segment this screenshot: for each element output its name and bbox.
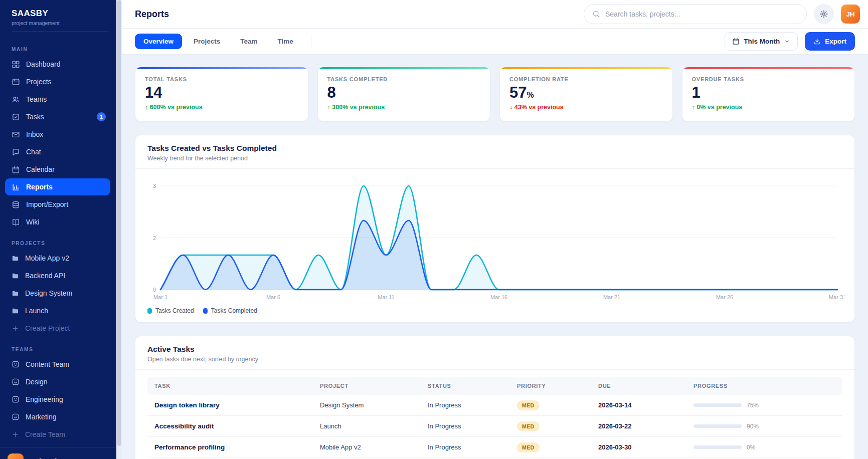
app-tagline: project management bbox=[12, 20, 108, 26]
stat-label: OVERDUE TASKS bbox=[692, 76, 845, 82]
stat-card-tasks-completed: TASKS COMPLETED8↑ 300% vs previous bbox=[317, 67, 491, 122]
period-label: This Month bbox=[744, 38, 780, 45]
sidebar-team-content-team[interactable]: Content Team bbox=[5, 356, 110, 373]
table-row[interactable]: Accessibility auditLaunchIn ProgressMED2… bbox=[147, 416, 842, 437]
sidebar-project-mobile-app-v2[interactable]: Mobile App v2 bbox=[5, 250, 110, 267]
stat-value: 14 bbox=[145, 85, 298, 101]
search-icon bbox=[592, 10, 600, 18]
task-project: Launch bbox=[320, 422, 428, 430]
tab-team[interactable]: Team bbox=[232, 34, 266, 49]
task-project: Mobile App v2 bbox=[320, 443, 428, 451]
task-name: Accessibility audit bbox=[154, 422, 320, 430]
sidebar-team-label: Content Team bbox=[26, 360, 69, 368]
progress-track bbox=[693, 445, 742, 449]
table-row[interactable]: Performance profilingMobile App v2In Pro… bbox=[147, 437, 842, 458]
export-label: Export bbox=[825, 38, 846, 45]
tasks-table: TASKPROJECTSTATUSPRIORITYDUEPROGRESS Des… bbox=[135, 370, 854, 458]
user-avatar: JH bbox=[8, 453, 24, 459]
sidebar-item-label: Calendar bbox=[26, 165, 55, 173]
period-selector[interactable]: This Month bbox=[725, 32, 798, 51]
progress-label: 0% bbox=[747, 444, 755, 451]
legend-dot bbox=[147, 308, 152, 314]
main-area: Reports JH OverviewProjectsTeamTime This… bbox=[122, 0, 868, 459]
chart-panel: Tasks Created vs Tasks Completed Weekly … bbox=[135, 135, 855, 323]
chart-panel-header: Tasks Created vs Tasks Completed Weekly … bbox=[135, 135, 854, 169]
app-window: SAASBY project management MAIN Dashboard… bbox=[0, 0, 868, 459]
sidebar: SAASBY project management MAIN Dashboard… bbox=[0, 0, 116, 459]
legend-dot bbox=[203, 308, 208, 314]
folder-icon bbox=[12, 307, 19, 315]
sidebar-item-dashboard[interactable]: Dashboard bbox=[5, 56, 110, 73]
sidebar-section-teams: TEAMS bbox=[12, 347, 108, 352]
sidebar-team-design[interactable]: Design bbox=[5, 373, 110, 390]
svg-text:2: 2 bbox=[153, 235, 156, 241]
stat-label: TOTAL TASKS bbox=[145, 76, 298, 82]
chat-icon bbox=[12, 148, 20, 156]
table-row[interactable]: Design token libraryDesign SystemIn Prog… bbox=[147, 395, 842, 416]
sidebar-item-tasks[interactable]: Tasks1 bbox=[5, 108, 110, 125]
column-header-project: PROJECT bbox=[320, 383, 428, 389]
sidebar-item-label: Teams bbox=[26, 95, 47, 103]
export-button[interactable]: Export bbox=[805, 32, 855, 51]
sidebar-item-import-export[interactable]: Import/Export bbox=[5, 196, 110, 213]
sidebar-item-label: Dashboard bbox=[26, 60, 61, 68]
sidebar-section-projects: PROJECTS bbox=[12, 241, 108, 246]
smiley-icon bbox=[12, 378, 20, 386]
header-avatar[interactable]: JH bbox=[841, 5, 860, 24]
tab-overview[interactable]: Overview bbox=[135, 34, 182, 49]
sidebar-item-label: Chat bbox=[26, 148, 41, 156]
search-input[interactable] bbox=[605, 10, 798, 18]
sidebar-item-label: Projects bbox=[26, 78, 52, 86]
page-title: Reports bbox=[135, 9, 169, 20]
sidebar-user[interactable]: JH Jed Harlow bbox=[0, 447, 116, 459]
create-team-button[interactable]: Create Team bbox=[5, 426, 110, 443]
chart-title: Tasks Created vs Tasks Completed bbox=[147, 144, 842, 153]
x-axis-label: Mar 26 bbox=[716, 294, 733, 300]
sidebar-item-calendar[interactable]: Calendar bbox=[5, 161, 110, 178]
sidebar-project-label: Launch bbox=[25, 307, 48, 315]
stat-value: 1 bbox=[692, 85, 845, 101]
tasks-icon bbox=[12, 113, 20, 121]
gear-icon bbox=[819, 10, 828, 19]
app-logo: SAASBY project management bbox=[0, 0, 116, 37]
settings-button[interactable] bbox=[814, 4, 834, 24]
sidebar-item-wiki[interactable]: Wiki bbox=[5, 213, 110, 231]
task-progress: 90% bbox=[693, 423, 835, 430]
sidebar-item-projects[interactable]: Projects bbox=[5, 73, 110, 90]
task-status: In Progress bbox=[428, 422, 517, 430]
progress-label: 90% bbox=[747, 423, 759, 430]
plus-icon bbox=[12, 431, 19, 438]
task-due-date: 2026-03-30 bbox=[598, 443, 693, 451]
tab-time[interactable]: Time bbox=[269, 34, 302, 49]
create-project-button[interactable]: Create Project bbox=[5, 320, 110, 337]
sidebar-item-inbox[interactable]: Inbox bbox=[5, 126, 110, 143]
create-team-label: Create Team bbox=[25, 430, 65, 438]
stat-value: 8 bbox=[327, 85, 481, 101]
tasks-trend-chart-svg: 320Mar 1Mar 6Mar 11Mar 16Mar 21Mar 26Mar… bbox=[142, 176, 844, 302]
plus-icon bbox=[12, 325, 19, 332]
create-project-label: Create Project bbox=[25, 324, 70, 332]
sidebar-team-marketing[interactable]: Marketing bbox=[5, 408, 110, 425]
sidebar-item-label: Inbox bbox=[26, 130, 43, 138]
sidebar-item-reports[interactable]: Reports bbox=[5, 178, 110, 195]
stat-label: TASKS COMPLETED bbox=[327, 76, 481, 82]
sidebar-projects-nav: Mobile App v2Backend APIDesign SystemLau… bbox=[0, 250, 116, 337]
download-icon bbox=[813, 38, 821, 45]
x-axis-label: Mar 21 bbox=[603, 294, 620, 300]
legend-label: Tasks Completed bbox=[211, 307, 257, 314]
sidebar-scrollbar-thumb[interactable] bbox=[117, 0, 121, 446]
progress-track bbox=[693, 403, 742, 407]
sidebar-item-chat[interactable]: Chat bbox=[5, 143, 110, 160]
sidebar-project-launch[interactable]: Launch bbox=[5, 302, 110, 319]
sidebar-item-teams[interactable]: Teams bbox=[5, 91, 110, 108]
stat-cards: TOTAL TASKS14↑ 600% vs previousTASKS COM… bbox=[135, 67, 855, 122]
calendar-icon bbox=[732, 38, 740, 45]
smiley-icon bbox=[12, 360, 20, 368]
sidebar-project-backend-api[interactable]: Backend API bbox=[5, 267, 110, 284]
stat-card-total-tasks: TOTAL TASKS14↑ 600% vs previous bbox=[135, 67, 308, 122]
sidebar-team-engineering[interactable]: Engineering bbox=[5, 391, 110, 408]
sidebar-project-design-system[interactable]: Design System bbox=[5, 285, 110, 302]
sidebar-item-label: Reports bbox=[26, 183, 53, 191]
tab-projects[interactable]: Projects bbox=[185, 34, 229, 49]
task-progress: 0% bbox=[693, 444, 835, 451]
